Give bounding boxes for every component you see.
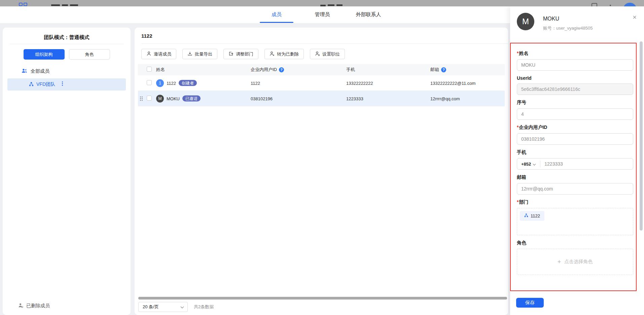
chevron-down-icon	[533, 162, 536, 167]
close-icon[interactable]: ×	[633, 14, 637, 21]
table-row[interactable]: 1 1122 创建者 1122 13322222222 13322222222@…	[138, 75, 505, 91]
page-size-select[interactable]: 20 条/页	[138, 302, 188, 312]
deleted-members-label: 已删除成员	[26, 303, 50, 309]
horizontal-scrollbar[interactable]	[138, 297, 507, 300]
member-account: 账号：user_vyagiw48505	[543, 25, 593, 31]
avatar: M	[156, 95, 164, 102]
tab-external-contacts[interactable]: 外部联系人	[350, 6, 387, 24]
row-checkbox[interactable]	[147, 96, 152, 101]
person-remove-icon	[270, 51, 275, 57]
titlebar-text-fragment	[320, 5, 326, 6]
role-button[interactable]: 角色	[69, 49, 110, 60]
team-mode-title: 团队模式：普通模式	[3, 28, 131, 44]
vertical-scrollbar[interactable]	[640, 41, 643, 231]
member-email: 13322222222@11.com	[430, 80, 475, 85]
role-placeholder: 点击选择角色	[564, 259, 593, 265]
department-chip[interactable]: 1122	[520, 211, 544, 221]
table-row[interactable]: M MOKU 已邀请 038102196 1223333 12rrrr@qq.c…	[138, 91, 505, 106]
status-badge: 创建者	[179, 80, 197, 86]
department-title: 1122	[141, 33, 508, 39]
member-detail-drawer: M MOKU 账号：user_vyagiw48505 × *姓名 UserId …	[510, 6, 644, 315]
titlebar-text-fragment	[336, 4, 343, 6]
titlebar-text-fragment	[328, 4, 334, 6]
phone-number-value: 1223333	[544, 161, 563, 167]
person-setting-icon	[315, 51, 320, 57]
department-label: *部门	[517, 199, 633, 205]
org-chart-icon	[524, 213, 528, 218]
enterprise-id-field[interactable]	[517, 133, 633, 145]
member-user-id: 1122	[251, 80, 260, 85]
set-position-button[interactable]: 设置职位	[310, 49, 345, 59]
email-field[interactable]	[517, 183, 633, 195]
tab-members[interactable]: 成员	[260, 6, 293, 24]
col-phone: 手机	[346, 67, 355, 73]
col-email: 邮箱	[430, 67, 439, 73]
status-badge: 已邀请	[182, 96, 201, 102]
role-picker[interactable]: + 点击选择角色	[517, 249, 633, 275]
sidebar-item-deleted-members[interactable]: 已删除成员	[18, 303, 50, 309]
browser-extension-icon[interactable]	[592, 3, 597, 6]
tab-admins-label: 管理员	[315, 11, 330, 17]
phone-label: 手机	[517, 149, 633, 155]
phone-field[interactable]: +852 1223333	[517, 158, 633, 170]
move-to-deleted-button[interactable]: 转为已删除	[264, 49, 304, 59]
row-checkbox[interactable]	[147, 80, 152, 85]
team-more-icon[interactable]	[62, 81, 63, 86]
tab-admins[interactable]: 管理员	[304, 6, 341, 24]
email-label: 邮箱	[517, 174, 633, 180]
team-members-icon	[22, 68, 27, 74]
chevron-down-icon	[180, 305, 184, 310]
org-structure-button[interactable]: 组织架构	[24, 49, 65, 60]
titlebar-logo-fragment-icon	[19, 3, 23, 6]
department-picker[interactable]: 1122	[517, 208, 633, 235]
browser-menu-icon[interactable]	[610, 5, 611, 6]
member-phone: 1223333	[346, 96, 363, 101]
country-code-select[interactable]: +852	[521, 162, 536, 167]
help-icon[interactable]: ?	[441, 67, 446, 72]
help-icon[interactable]: ?	[279, 67, 284, 72]
sequence-field[interactable]	[517, 108, 633, 120]
table-header: 姓名 企业内用户ID ? 手机 邮箱 ?	[138, 64, 505, 75]
person-invite-icon	[146, 51, 151, 57]
name-field[interactable]	[517, 59, 633, 71]
browser-profile-avatar[interactable]	[623, 3, 637, 6]
download-icon	[187, 51, 192, 57]
members-toolbar: 邀请成员 批量导出 调整部门 转为已删除 设置职位	[141, 49, 508, 59]
avatar: M	[517, 13, 534, 30]
sidebar-item-team[interactable]: VFD团队	[7, 78, 126, 91]
member-email: 12rrrr@qq.com	[430, 96, 460, 101]
save-button[interactable]: 保存	[516, 298, 544, 308]
members-table: 姓名 企业内用户ID ? 手机 邮箱 ? 1 1122 创建者 1122 133…	[135, 64, 508, 106]
member-name: 1122	[167, 80, 176, 85]
adjust-department-button[interactable]: 调整部门	[223, 49, 258, 59]
department-chip-label: 1122	[531, 213, 540, 218]
active-tab-underline	[260, 22, 293, 23]
drag-handle-icon[interactable]	[140, 96, 143, 101]
plus-icon: +	[558, 258, 561, 266]
titlebar-logo-fragment-icon	[24, 3, 27, 6]
member-phone: 13322222222	[346, 80, 373, 85]
invite-member-button[interactable]: 邀请成员	[141, 49, 176, 59]
divider	[141, 43, 508, 44]
titlebar-text-fragment	[62, 4, 68, 6]
avatar: 1	[156, 79, 164, 87]
team-name-label: VFD团队	[36, 81, 55, 88]
sidebar-item-all-members[interactable]: 全部成员	[22, 68, 131, 74]
col-user-id: 企业内用户ID	[251, 67, 277, 73]
total-count: 共2条数据	[194, 304, 214, 310]
batch-export-button[interactable]: 批量导出	[182, 49, 217, 59]
sidebar: 团队模式：普通模式 组织架构 角色 全部成员 VFD团队 已删除成员	[3, 28, 131, 315]
move-department-icon	[228, 51, 234, 57]
tab-external-contacts-label: 外部联系人	[356, 11, 381, 17]
highlighted-form-region: *姓名 UserId 序号 *企业内用户ID 手机 +852 1223333	[510, 43, 637, 291]
titlebar-text-fragment	[51, 4, 60, 6]
userid-field	[517, 83, 633, 95]
member-name: MOKU	[167, 96, 180, 101]
select-all-checkbox[interactable]	[147, 67, 152, 72]
userid-label: UserId	[517, 75, 633, 81]
sequence-label: 序号	[517, 100, 633, 106]
member-user-id: 038102196	[251, 96, 273, 101]
page-size-value: 20 条/页	[143, 304, 159, 310]
name-label: *姓名	[517, 50, 633, 57]
role-label: 角色	[517, 240, 633, 246]
